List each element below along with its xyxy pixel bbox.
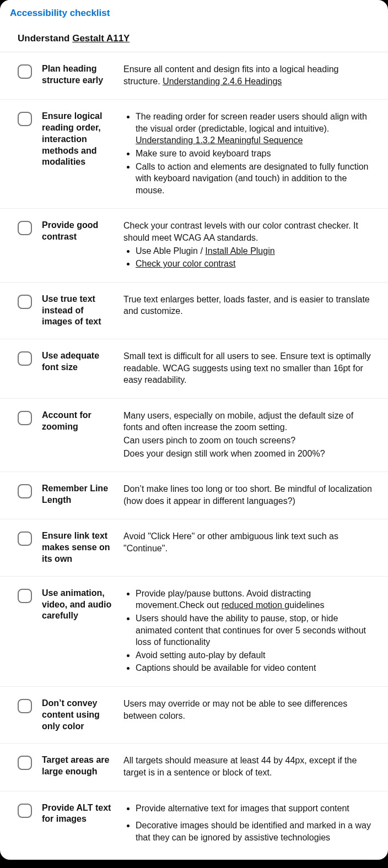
checklist-item: Don’t convey content using only colorUse… xyxy=(0,687,388,744)
checkbox[interactable] xyxy=(18,64,32,79)
checklist-item: Provide good contrastCheck your contrast… xyxy=(0,209,388,282)
checklist-item: Use true text instead of images of textT… xyxy=(0,283,388,339)
item-description: Provide play/pause buttons. Avoid distra… xyxy=(123,588,375,675)
checkbox[interactable] xyxy=(18,221,32,235)
subtitle-link[interactable]: Gestalt A11Y xyxy=(72,33,130,44)
item-description: Avoid "Click Here" or other ambiguous li… xyxy=(123,530,375,555)
checkbox[interactable] xyxy=(18,531,32,546)
item-label: Ensure logical reading order, interactio… xyxy=(42,111,114,168)
item-label: Account for zooming xyxy=(42,410,114,433)
checklist-panel: Accessibility checklist Understand Gesta… xyxy=(0,0,388,860)
link[interactable]: reduced motion xyxy=(222,600,285,610)
item-label: Provide good contrast xyxy=(42,220,114,243)
item-label: Target areas are large enough xyxy=(42,755,114,778)
checklist-item: Account for zoomingMany users, especiall… xyxy=(0,399,388,472)
link[interactable]: Understanding 1.3.2 Meaningful Sequence xyxy=(136,135,303,145)
bullet: Avoid setting auto-play by default xyxy=(136,649,375,661)
item-label: Ensure link text makes sense on its own xyxy=(42,530,114,565)
bullet: Use Able Plugin / Install Able Plugin xyxy=(136,245,375,257)
item-description: Ensure all content and design fits into … xyxy=(123,63,375,88)
link[interactable]: Understanding 2.4.6 Headings xyxy=(163,77,282,86)
item-description: Small text is difficult for all users to… xyxy=(123,350,375,387)
bullet: Captions should be available for video c… xyxy=(136,662,375,674)
checklist-item: Ensure link text makes sense on its ownA… xyxy=(0,519,388,576)
checkbox[interactable] xyxy=(18,351,32,366)
bullet: The reading order for screen reader user… xyxy=(136,111,375,147)
checklist-item: Target areas are large enoughAll targets… xyxy=(0,744,388,791)
checklist-item: Remember Line LengthDon’t make lines too… xyxy=(0,472,388,519)
item-description: True text enlarges better, loads faster,… xyxy=(123,294,375,318)
item-label: Don’t convey content using only color xyxy=(42,698,114,732)
bullet: Calls to action and elements are designa… xyxy=(136,161,375,197)
bullet: Decorative images should be identified a… xyxy=(136,820,375,843)
checkbox[interactable] xyxy=(18,484,32,498)
item-label: Provide ALT text for images xyxy=(42,802,114,826)
checkbox[interactable] xyxy=(18,756,32,770)
item-label: Plan heading structure early xyxy=(42,63,114,86)
subtitle: Understand Gestalt A11Y xyxy=(0,25,388,52)
checkbox[interactable] xyxy=(18,411,32,425)
item-description: Users may override or may not be able to… xyxy=(123,698,375,723)
item-description: Check your contrast levels with our colo… xyxy=(123,220,375,270)
item-description: Don’t make lines too long or too short. … xyxy=(123,483,375,508)
checkbox[interactable] xyxy=(18,295,32,309)
item-description: The reading order for screen reader user… xyxy=(123,111,375,197)
item-label: Use true text instead of images of text xyxy=(42,294,114,328)
item-description: Provide alternative text for images that… xyxy=(123,802,375,849)
bullet: Provide alternative text for images that… xyxy=(136,802,375,815)
checklist-item: Plan heading structure earlyEnsure all c… xyxy=(0,52,388,100)
item-description: All targets should measure at least 44 b… xyxy=(123,755,375,779)
tab-accessibility-checklist[interactable]: Accessibility checklist xyxy=(0,0,120,25)
checkbox[interactable] xyxy=(18,589,32,603)
checkbox[interactable] xyxy=(18,699,32,713)
subtitle-prefix: Understand xyxy=(18,33,72,44)
link[interactable]: Check your color contrast xyxy=(136,259,235,268)
checkbox[interactable] xyxy=(18,804,32,818)
checklist-item: Use adequate font sizeSmall text is diff… xyxy=(0,339,388,399)
item-label: Remember Line Length xyxy=(42,483,114,506)
item-label: Use adequate font size xyxy=(42,350,114,373)
checklist-item: Provide ALT text for imagesProvide alter… xyxy=(0,791,388,860)
link[interactable]: Install Able Plugin xyxy=(205,246,274,256)
checklist-item: Ensure logical reading order, interactio… xyxy=(0,100,388,209)
checkbox[interactable] xyxy=(18,112,32,126)
item-label: Use animation, video, and audio carefull… xyxy=(42,588,114,622)
checklist-item: Use animation, video, and audio carefull… xyxy=(0,577,388,687)
item-description: Many users, especially on mobile, adjust… xyxy=(123,410,375,460)
bullet: Check your color contrast xyxy=(136,258,375,270)
bullet: Make sure to avoid keyboard traps xyxy=(136,148,375,160)
bullet: Provide play/pause buttons. Avoid distra… xyxy=(136,588,375,611)
bullet: Users should have the ability to pause, … xyxy=(136,612,375,648)
